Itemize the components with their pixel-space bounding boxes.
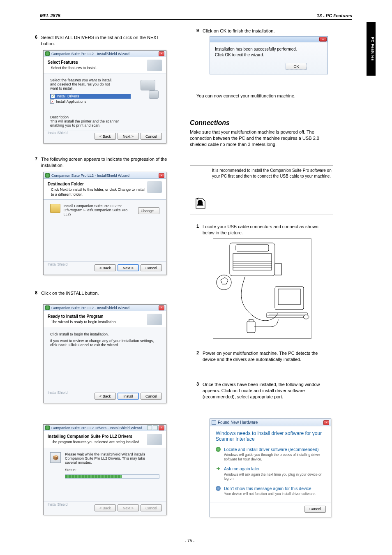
fnh-opt2-title: Ask me again later xyxy=(224,466,325,472)
step2-number: 2 xyxy=(196,350,199,355)
fnh-opt3-sub: Your device will not function until you … xyxy=(224,492,325,496)
step9-number: 9 xyxy=(196,28,199,33)
wizard-installing: Companion Suite Pro LL2 Drivers - Instal… xyxy=(43,424,166,515)
close-icon[interactable]: × xyxy=(319,37,327,42)
progress-bar xyxy=(65,474,159,479)
wiz2-sub: Click Next to install to this folder, or… xyxy=(51,187,145,197)
step8-number: 8 xyxy=(35,290,37,295)
shield-icon xyxy=(216,486,221,491)
maximize-icon[interactable] xyxy=(153,426,158,430)
note-text-1: It is recommended to install the Compani… xyxy=(212,168,333,179)
fnh-option-dont-show[interactable]: Don't show this message again for this d… xyxy=(210,483,331,499)
step2-text: Power on your multifunction machine. The… xyxy=(203,350,330,363)
header-image xyxy=(147,181,162,193)
wiz1-header: Select Features xyxy=(48,60,97,65)
printer-art-icon xyxy=(138,78,159,99)
cancel-button[interactable]: Cancel xyxy=(141,393,162,400)
app-icon xyxy=(45,305,50,310)
step1-text: Locate your USB cable connectors and con… xyxy=(203,224,330,236)
wizard-select-features: Companion Suite Pro LL2 - InstallShield … xyxy=(43,50,166,143)
install-button[interactable]: Install xyxy=(118,393,139,400)
header-image xyxy=(147,434,162,445)
fnh-heading: Windows needs to install driver software… xyxy=(210,426,331,444)
wiz4-body1: Please wait while the InstallShield Wiza… xyxy=(65,452,155,465)
note-icon xyxy=(193,197,207,210)
svg-rect-3 xyxy=(275,264,281,275)
cancel-button: Cancel xyxy=(141,504,162,511)
wizard4-title: Companion Suite Pro LL2 Drivers - Instal… xyxy=(51,426,146,430)
cancel-button[interactable]: Cancel xyxy=(141,264,162,271)
header-image xyxy=(147,314,162,325)
chapter-label: 13 - PC Features xyxy=(317,13,352,18)
wizard2-title: Companion Suite Pro LL2 - InstallShield … xyxy=(51,173,159,178)
close-icon[interactable]: × xyxy=(159,173,164,178)
checkbox-checked-icon: ✓ xyxy=(51,94,55,98)
status-label: Status: xyxy=(65,468,159,472)
brand-label: InstallShield xyxy=(48,131,68,135)
back-button[interactable]: < Back xyxy=(95,393,116,400)
install-to-label: Install Companion Suite Pro LL2 to: xyxy=(64,204,131,208)
brand-label: InstallShield xyxy=(48,391,68,395)
checkbox-x-icon: ✕ xyxy=(50,99,54,104)
step6-text: Select INSTALL DRIVERS in the list and c… xyxy=(41,35,168,47)
wiz1-body: Select the features you want to install,… xyxy=(50,78,116,90)
fnh-option-later[interactable]: Ask me again later Windows will ask agai… xyxy=(210,464,331,483)
back-button: < Back xyxy=(95,504,116,511)
step1-number: 1 xyxy=(196,224,199,229)
cancel-button[interactable]: Cancel xyxy=(141,133,162,140)
connect-info: You can now connect your multifunction m… xyxy=(196,93,328,99)
fnh-opt2-sub: Windows will ask again the next time you… xyxy=(224,472,325,481)
wizard1-title: Companion Suite Pro LL2 - InstallShield … xyxy=(51,52,159,56)
product-label: MFL 2875 xyxy=(40,13,60,18)
close-icon[interactable]: × xyxy=(159,305,164,310)
wiz1-desc-text: This will install the printer and the sc… xyxy=(50,119,131,127)
back-button[interactable]: < Back xyxy=(95,133,116,140)
fnh-titlebar: Found New Hardware xyxy=(218,420,323,425)
wiz3-sub: The wizard is ready to begin installatio… xyxy=(51,320,117,325)
wiz1-desc-label: Description xyxy=(50,115,131,119)
completion-line2: Click OK to exit the wizard. xyxy=(215,52,323,58)
close-icon[interactable]: × xyxy=(323,420,329,425)
header-image xyxy=(147,60,162,71)
close-icon[interactable]: × xyxy=(159,426,164,430)
feature-install-applications[interactable]: ✕ Install Applications xyxy=(50,99,131,104)
ok-button[interactable]: OK xyxy=(286,63,307,70)
package-icon: 📦 xyxy=(50,452,61,463)
svg-point-8 xyxy=(303,315,309,319)
wiz4-sub: The program features you selected are be… xyxy=(51,440,141,445)
next-button[interactable]: Next > xyxy=(118,264,139,271)
completion-line1: Installation has been successfully perfo… xyxy=(215,46,323,52)
next-button[interactable]: Next > xyxy=(118,133,139,140)
feature-install-drivers[interactable]: ✓ Install Drivers xyxy=(50,94,131,99)
app-icon xyxy=(45,426,50,430)
page-number: - 75 - xyxy=(185,539,194,543)
shield-icon xyxy=(216,447,221,452)
wiz1-sub: Select the features to install. xyxy=(51,66,97,71)
wizard-destination-folder: Companion Suite Pro LL2 - InstallShield … xyxy=(43,172,166,275)
step7-text: The following screen appears to indicate… xyxy=(41,156,168,169)
arrow-right-icon xyxy=(216,466,221,471)
connections-text: Make sure that your multifunction machin… xyxy=(190,129,330,148)
app-icon xyxy=(45,51,50,56)
back-button[interactable]: < Back xyxy=(95,264,116,271)
step7-number: 7 xyxy=(35,156,37,161)
usb-connection-diagram xyxy=(213,238,311,339)
minimize-icon[interactable] xyxy=(147,426,152,430)
wiz3-body2: If you want to review or change any of y… xyxy=(50,339,159,347)
found-new-hardware-dialog: Found New Hardware × Windows needs to in… xyxy=(210,419,331,517)
wiz3-body1: Click Install to begin the installation. xyxy=(50,332,159,336)
app-icon xyxy=(45,173,50,178)
hardware-icon xyxy=(212,420,216,425)
fnh-opt1-sub: Windows will guide you through the proce… xyxy=(224,453,325,461)
change-button[interactable]: Change... xyxy=(138,207,159,214)
close-icon[interactable]: × xyxy=(159,51,164,56)
wiz4-header: Installing Companion Suite Pro LL2 Drive… xyxy=(48,434,141,439)
svg-rect-9 xyxy=(247,321,255,333)
wiz3-header: Ready to Install the Program xyxy=(48,314,117,319)
cancel-button[interactable]: Cancel xyxy=(304,506,326,513)
fnh-option-locate[interactable]: Locate and install driver software (reco… xyxy=(210,444,331,464)
feature1-label: Install Drivers xyxy=(57,94,79,98)
step3-text: Once the drivers have been installed, th… xyxy=(203,382,330,400)
svg-rect-0 xyxy=(230,243,275,276)
folder-icon xyxy=(50,204,60,213)
